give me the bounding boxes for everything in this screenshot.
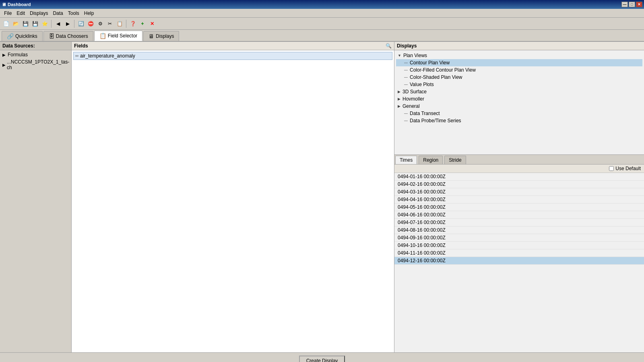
color-shaded-dash: — [404,75,408,79]
time-item-0[interactable]: 0494-01-16 00:00:00Z [394,173,644,181]
fields-content: ✏ air_temperature_anomaly [72,50,394,352]
menu-item-edit[interactable]: Edit [14,10,27,17]
ncccsm-expand-icon: ▶ [2,63,6,67]
tab-icon-displays: 🖥 [149,33,154,39]
forward-button[interactable]: ▶ [63,19,72,28]
data-source-formulas[interactable]: ▶ Formulas [1,51,70,58]
plan-views-label: Plan Views [403,53,427,58]
hovmoller-arrow: ▶ [398,97,400,101]
displays-panel: Displays ▼ Plan Views — Contour Plan Vie… [394,42,644,352]
tab-quicklinks[interactable]: 🔗Quicklinks [2,31,43,41]
tab-bar: 🔗Quicklinks🗄Data Choosers📋Field Selector… [0,30,644,42]
display-tree-3d-surface[interactable]: ▶ 3D Surface [396,88,642,95]
color-shaded-label: Color-Shaded Plan View [410,74,462,80]
menu-item-displays[interactable]: Displays [27,10,50,17]
app-icon: 🖥 [2,2,6,7]
display-tree-contour-plan-view[interactable]: — Contour Plan View [396,59,642,66]
new-button[interactable]: 📄 [2,19,10,28]
time-item-3[interactable]: 0494-04-16 00:00:00Z [394,196,644,204]
menu-item-file[interactable]: File [2,10,14,17]
maximize-button[interactable]: □ [629,2,635,7]
toolbar-sep-3 [126,20,126,28]
contour-plan-view-label: Contour Plan View [410,60,450,66]
time-item-1[interactable]: 0494-02-16 00:00:00Z [394,181,644,188]
title-bar: 🖥 Dashboard — □ ✕ [0,0,644,9]
time-item-4[interactable]: 0494-05-16 00:00:00Z [394,204,644,211]
search-icon[interactable]: 🔍 [386,43,392,49]
title-bar-left: 🖥 Dashboard [2,2,31,7]
sub-tab-region[interactable]: Region [419,156,443,164]
data-source-ncccsm[interactable]: ▶ ...NCCCSM_1PTO2X_1_tas-ch [1,58,70,71]
displays-header: Displays [394,42,644,50]
refresh-button[interactable]: 🔄 [76,19,85,28]
time-item-5[interactable]: 0494-06-16 00:00:00Z [394,211,644,219]
menu-item-tools[interactable]: Tools [66,10,82,17]
time-item-10[interactable]: 0494-11-16 00:00:00Z [394,249,644,257]
time-item-7[interactable]: 0494-08-16 00:00:00Z [394,226,644,234]
formulas-label: Formulas [8,52,28,58]
data-probe-dash: — [404,119,408,123]
display-tree-general[interactable]: ▶ General [396,103,642,110]
time-item-11[interactable]: 0494-12-16 00:00:00Z [394,257,644,265]
general-arrow: ▶ [398,104,400,108]
display-tree-data-probe[interactable]: — Data Probe/Time Series [396,117,642,124]
data-sources-header: Data Sources: [0,42,71,50]
app-title: Dashboard [8,2,31,7]
display-tree-plan-views[interactable]: ▼ Plan Views [396,52,642,59]
tab-data-choosers[interactable]: 🗄Data Choosers [43,31,93,41]
help-button[interactable]: ❓ [128,19,137,28]
close-button[interactable]: ✕ [636,2,642,7]
tab-field-selector[interactable]: 📋Field Selector [94,31,142,41]
bookmark-button[interactable]: ⭐ [40,19,49,28]
fields-header: Fields 🔍 [72,42,394,50]
time-item-6[interactable]: 0494-07-16 00:00:00Z [394,219,644,226]
use-default-label[interactable]: Use Default [609,166,641,171]
back-button[interactable]: ◀ [54,19,62,28]
color-filled-contour-label: Color-Filled Contour Plan View [410,67,476,73]
field-item-label: air_temperature_anomaly [80,53,135,59]
tab-icon-data-choosers: 🗄 [49,33,54,39]
add-button[interactable]: + [138,19,147,28]
save-as-button[interactable]: 💾 [31,19,39,28]
data-transect-dash: — [404,111,408,115]
display-tree-data-transect[interactable]: — Data Transect [396,110,642,117]
open-button[interactable]: 📂 [11,19,20,28]
create-display-button[interactable]: Create Display [299,356,345,362]
display-tree-color-shaded[interactable]: — Color-Shaded Plan View [396,74,642,81]
copy-button[interactable]: 📋 [115,19,124,28]
main-layout: Data Sources: ▶ Formulas ▶ ...NCCCSM_1PT… [0,42,644,352]
display-tree-color-filled-contour[interactable]: — Color-Filled Contour Plan View [396,66,642,74]
remove-button[interactable]: ✕ [148,19,157,28]
display-tree-hovmoller[interactable]: ▶ Hovmoller [396,95,642,103]
toolbar: 📄 📂 💾 💾 ⭐ ◀ ▶ 🔄 ⛔ ⚙ ✂ 📋 ❓ + ✕ [0,18,644,30]
sub-tab-stride[interactable]: Stride [444,156,466,164]
stop-button[interactable]: ⛔ [86,19,95,28]
field-item-air-temperature[interactable]: ✏ air_temperature_anomaly [73,52,392,60]
cut-button[interactable]: ✂ [105,19,114,28]
value-plots-label: Value Plots [410,82,434,87]
menu-item-data[interactable]: Data [50,10,65,17]
save-button[interactable]: 💾 [21,19,30,28]
data-sources-panel: Data Sources: ▶ Formulas ▶ ...NCCCSM_1PT… [0,42,72,352]
time-item-9[interactable]: 0494-10-16 00:00:00Z [394,242,644,249]
tab-label-quicklinks: Quicklinks [15,33,37,39]
preferences-button[interactable]: ⚙ [96,19,105,28]
data-probe-label: Data Probe/Time Series [410,118,461,123]
minimize-button[interactable]: — [621,2,628,7]
formulas-expand-icon: ▶ [2,53,6,57]
display-tree-value-plots[interactable]: — Value Plots [396,81,642,88]
tab-displays[interactable]: 🖥Displays [143,31,179,41]
sub-tabs: Times Region Stride [394,155,644,165]
menu-bar: FileEditDisplaysDataToolsHelp [0,9,644,18]
toolbar-sep-1 [51,20,52,28]
use-default-checkbox[interactable] [609,166,614,171]
time-item-2[interactable]: 0494-03-16 00:00:00Z [394,188,644,196]
sub-tab-times[interactable]: Times [395,156,417,164]
tab-label-field-selector: Field Selector [108,33,137,39]
tab-label-data-choosers: Data Choosers [56,33,88,39]
toolbar-sep-2 [74,20,74,28]
menu-item-help[interactable]: Help [82,10,97,17]
3d-surface-label: 3D Surface [402,89,427,95]
time-item-8[interactable]: 0494-09-16 00:00:00Z [394,234,644,242]
times-panel: 0494-01-16 00:00:00Z0494-02-16 00:00:00Z… [394,173,644,352]
